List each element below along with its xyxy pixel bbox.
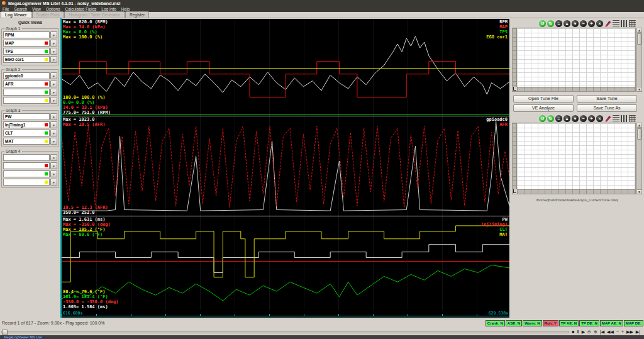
ve-table-1[interactable] bbox=[512, 28, 636, 92]
slower-icon[interactable]: − bbox=[616, 329, 619, 335]
channel-dropdown-button[interactable]: ▾ bbox=[50, 72, 57, 79]
menu-item[interactable]: Help bbox=[119, 7, 132, 11]
channel-field[interactable]: gpioadc0 bbox=[3, 72, 50, 79]
channel-field[interactable]: PW bbox=[3, 113, 50, 120]
channel-dropdown-button[interactable]: ▾ bbox=[50, 138, 57, 145]
set-equal-icon[interactable]: = bbox=[555, 115, 562, 122]
tab[interactable]: Scatter Plots bbox=[32, 11, 64, 18]
scroll-up-icon[interactable]: ▲ bbox=[637, 123, 641, 128]
increase-icon[interactable]: + bbox=[588, 115, 595, 122]
column-view-icon[interactable] bbox=[621, 20, 628, 27]
increase-icon[interactable]: + bbox=[588, 20, 595, 27]
stop-icon[interactable]: ■ bbox=[572, 329, 574, 335]
channel-dropdown-button[interactable]: ▾ bbox=[50, 113, 57, 120]
decrease-icon[interactable]: − bbox=[580, 115, 587, 122]
graph1-plot[interactable] bbox=[62, 19, 509, 116]
tab[interactable]: Register bbox=[125, 11, 149, 18]
channel-field[interactable] bbox=[3, 97, 50, 104]
ve-analyze-button[interactable]: VE Analyze bbox=[513, 104, 574, 112]
channel-dropdown-button[interactable]: ▾ bbox=[50, 56, 57, 63]
menu-item[interactable]: View bbox=[30, 7, 43, 11]
channel-dropdown-button[interactable]: ▾ bbox=[50, 97, 57, 104]
channel-field[interactable] bbox=[3, 154, 50, 161]
channel-dropdown-button[interactable]: ▾ bbox=[50, 31, 57, 38]
open-tune-file-button[interactable]: Open Tune File bbox=[513, 95, 574, 103]
zoom-in-icon[interactable]: ⊕ bbox=[594, 329, 597, 335]
step-back-icon[interactable]: ◀◀ bbox=[607, 329, 614, 335]
position-slider[interactable] bbox=[1, 331, 569, 333]
shift-down-icon[interactable]: ▼ bbox=[572, 115, 579, 122]
grid-view-icon[interactable] bbox=[629, 115, 636, 122]
graph2-plot[interactable] bbox=[62, 116, 509, 216]
clear-icon[interactable]: × bbox=[596, 115, 603, 122]
graph-panel-2[interactable]: Max = 1023.0Max = 19.5 (AFR) gpioadc0AFR… bbox=[62, 116, 509, 216]
channel-field[interactable]: RPM bbox=[3, 31, 50, 38]
graph-panel-3[interactable]: Max = 1.631 (ms)Max = -350.0 (deg)Max = … bbox=[62, 216, 509, 310]
channel-dropdown-button[interactable]: ▾ bbox=[50, 40, 57, 47]
ve-table-2[interactable] bbox=[512, 123, 636, 194]
channel-field[interactable] bbox=[3, 170, 50, 177]
shift-up-icon[interactable]: ▲ bbox=[564, 20, 570, 27]
channel-field[interactable]: MAT bbox=[3, 138, 50, 145]
shift-up-icon[interactable]: ▲ bbox=[564, 115, 570, 122]
decrease-icon[interactable]: − bbox=[580, 20, 587, 27]
scroll-down-icon[interactable]: ▼ bbox=[637, 189, 641, 194]
channel-dropdown-button[interactable]: ▾ bbox=[50, 48, 57, 55]
menu-item[interactable]: Search bbox=[11, 7, 30, 11]
redo-icon[interactable]: ↻ bbox=[547, 20, 554, 27]
edit-pencil-icon[interactable] bbox=[604, 20, 611, 27]
edit-pencil-icon[interactable] bbox=[604, 115, 611, 122]
set-equal-icon[interactable]: = bbox=[555, 20, 562, 27]
scroll-down-icon[interactable]: ▼ bbox=[637, 87, 641, 91]
skip-start-icon[interactable]: |◀ bbox=[600, 329, 604, 335]
ve-table-cells[interactable] bbox=[517, 123, 635, 189]
shift-down-icon[interactable]: ▼ bbox=[572, 20, 579, 27]
channel-dropdown-button[interactable]: ▾ bbox=[50, 89, 57, 96]
column-view-icon[interactable] bbox=[621, 115, 628, 122]
redo-icon[interactable]: ↻ bbox=[547, 115, 554, 122]
menu-item[interactable]: Options bbox=[43, 7, 62, 11]
channel-dropdown-button[interactable]: ▾ bbox=[50, 154, 57, 161]
undo-icon[interactable]: ↺ bbox=[539, 115, 546, 122]
channel-field[interactable] bbox=[3, 179, 50, 186]
row-view-icon[interactable] bbox=[613, 115, 619, 122]
position-slider-handle[interactable] bbox=[2, 330, 8, 335]
save-tune-button[interactable]: Save Tune bbox=[577, 95, 637, 103]
ve-table-scrollbar-1[interactable]: ▲ ▼ bbox=[636, 28, 642, 92]
channel-dropdown-button[interactable]: ▾ bbox=[50, 130, 57, 136]
channel-dropdown-button[interactable]: ▾ bbox=[50, 121, 57, 128]
skip-end-icon[interactable]: ▶| bbox=[636, 329, 640, 335]
channel-field[interactable]: CLT bbox=[3, 130, 50, 136]
menu-item[interactable]: Log Info bbox=[99, 7, 119, 11]
play-icon[interactable]: ▶ bbox=[582, 329, 585, 335]
menu-item[interactable]: Calculated Fields bbox=[62, 7, 99, 11]
undo-icon[interactable]: ↺ bbox=[539, 20, 546, 27]
ve-table-cells[interactable] bbox=[517, 28, 635, 87]
channel-field[interactable]: InjTiming1 bbox=[3, 121, 50, 128]
scroll-up-icon[interactable]: ▲ bbox=[637, 28, 641, 33]
graph-panel-1[interactable]: Max = 820.0 (RPM)Max = 34.0 (kPa)Max = 0… bbox=[62, 18, 509, 116]
step-forward-icon[interactable]: ▶▶ bbox=[626, 329, 633, 335]
graph3-plot[interactable] bbox=[62, 216, 509, 310]
channel-field[interactable]: TPS bbox=[3, 48, 50, 55]
zoom-out-icon[interactable]: ⊖ bbox=[587, 329, 591, 335]
channel-field[interactable] bbox=[3, 89, 50, 96]
ve-table-scrollbar-2[interactable]: ▲ ▼ bbox=[636, 123, 642, 194]
channel-dropdown-button[interactable]: ▾ bbox=[50, 162, 57, 169]
taskbar-window-button[interactable]: MegaLogViewer MS Lite! bbox=[1, 336, 45, 339]
channel-dropdown-button[interactable]: ▾ bbox=[50, 179, 57, 186]
grid-view-icon[interactable] bbox=[629, 20, 636, 27]
faster-icon[interactable]: + bbox=[621, 329, 624, 335]
tab[interactable]: Histogram / Table Generator bbox=[64, 11, 125, 18]
scrollbar-thumb[interactable] bbox=[637, 128, 641, 140]
channel-dropdown-button[interactable]: ▾ bbox=[50, 81, 57, 87]
channel-dropdown-button[interactable]: ▾ bbox=[50, 170, 57, 177]
tab[interactable]: Log Viewer bbox=[1, 11, 31, 18]
scrollbar-thumb[interactable] bbox=[637, 33, 641, 45]
clear-icon[interactable]: × bbox=[596, 20, 603, 27]
channel-field[interactable]: AFR bbox=[3, 81, 50, 87]
channel-field[interactable]: MAP bbox=[3, 40, 50, 47]
row-view-icon[interactable] bbox=[613, 20, 619, 27]
save-tune-as-button[interactable]: Save Tune As bbox=[577, 104, 637, 112]
pause-icon[interactable]: Ⅱ bbox=[577, 329, 579, 335]
